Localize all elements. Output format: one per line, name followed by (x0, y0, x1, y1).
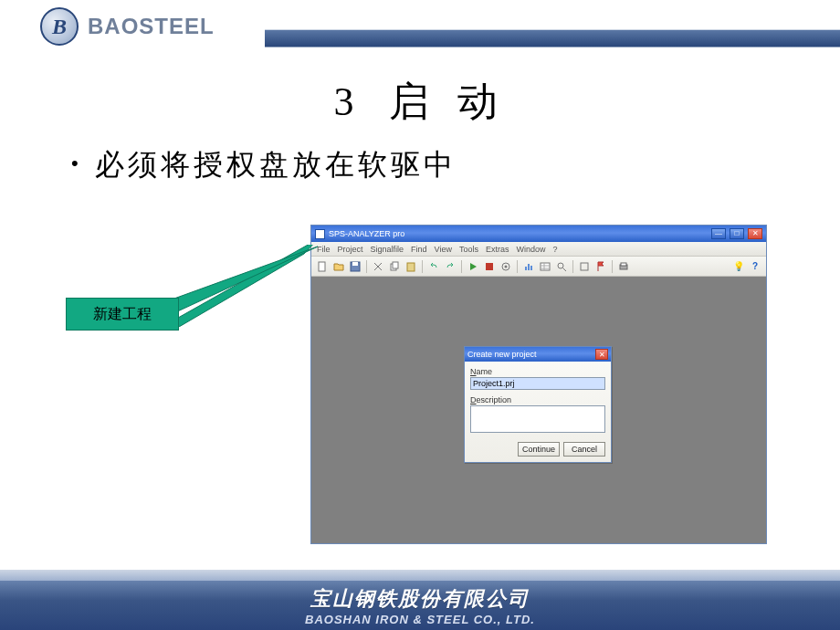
description-label: Description (470, 395, 605, 404)
minimize-button[interactable]: — (711, 228, 726, 239)
menu-view[interactable]: View (435, 245, 452, 254)
svg-rect-17 (581, 263, 588, 270)
dialog-body: Name Description Continue Cancel (465, 362, 611, 462)
svg-marker-8 (470, 263, 477, 270)
dialog-buttons: Continue Cancel (470, 442, 605, 457)
callout-text: 新建工程 (93, 305, 152, 324)
svg-rect-12 (525, 267, 527, 270)
project-description-input[interactable] (470, 405, 605, 433)
app-window-title: SPS-ANALYZER pro (329, 229, 404, 238)
logo-letter: B (52, 15, 67, 39)
svg-marker-1 (172, 247, 318, 314)
name-label: Name (470, 367, 605, 376)
stop-icon[interactable] (482, 259, 497, 274)
brand-logo: B BAOSTEEL (40, 7, 215, 46)
app-menubar[interactable]: File Project Signalfile Find View Tools … (311, 242, 766, 257)
toolbar-separator (571, 259, 575, 274)
toolbar-separator (515, 259, 520, 274)
dialog-title: Create new project (467, 350, 537, 359)
dialog-close-button[interactable]: ✕ (595, 349, 608, 360)
menu-find[interactable]: Find (411, 245, 427, 254)
menu-tools[interactable]: Tools (459, 245, 478, 254)
footer-company-cn: 宝山钢铁股份有限公司 (310, 585, 530, 613)
print-icon[interactable] (616, 259, 631, 274)
create-project-dialog: Create new project ✕ Name Description Co… (464, 346, 612, 463)
save-icon[interactable] (348, 259, 362, 274)
title-number: 3 (334, 79, 356, 124)
brand-text: BAOSTEEL (88, 14, 215, 39)
lightbulb-icon[interactable]: 💡 (731, 259, 746, 274)
logo-roundel: B (40, 7, 79, 46)
footer-separator (0, 570, 840, 581)
svg-rect-13 (528, 264, 530, 270)
svg-point-16 (558, 263, 563, 268)
maximize-button[interactable]: □ (730, 228, 744, 239)
open-folder-icon[interactable] (331, 259, 346, 274)
run-icon[interactable] (466, 259, 480, 274)
redo-icon[interactable] (443, 259, 457, 274)
app-icon (315, 229, 325, 239)
undo-icon[interactable] (426, 259, 441, 274)
svg-rect-9 (486, 263, 493, 270)
paste-icon[interactable] (404, 259, 418, 274)
cut-icon[interactable] (371, 259, 385, 274)
menu-extras[interactable]: Extras (486, 245, 509, 254)
svg-rect-6 (393, 262, 398, 268)
zoom-icon[interactable] (554, 259, 569, 274)
menu-signalfile[interactable]: Signalfile (371, 245, 404, 254)
title-text: 启 动 (389, 79, 507, 124)
config-icon[interactable] (577, 259, 592, 274)
dialog-titlebar[interactable]: Create new project ✕ (465, 347, 611, 362)
app-workspace: Create new project ✕ Name Description Co… (311, 277, 766, 543)
menu-project[interactable]: Project (338, 245, 363, 254)
app-window: SPS-ANALYZER pro — □ ✕ File Project Sign… (310, 225, 767, 544)
cancel-button[interactable]: Cancel (563, 442, 605, 457)
table-icon[interactable] (538, 259, 552, 274)
continue-button[interactable]: Continue (518, 442, 560, 457)
toolbar-separator (364, 259, 369, 274)
bullet-dot: • (71, 145, 79, 182)
toolbar-separator (459, 259, 464, 274)
footer-company-en: BAOSHAN IRON & STEEL CO., LTD. (305, 613, 535, 626)
menu-window[interactable]: Window (516, 245, 545, 254)
svg-rect-7 (407, 263, 415, 271)
close-button[interactable]: ✕ (748, 228, 762, 239)
header-bar (265, 29, 840, 47)
flag-icon[interactable] (593, 259, 608, 274)
svg-rect-4 (352, 262, 358, 266)
svg-rect-14 (530, 266, 532, 270)
bullet-text: 必须将授权盘放在软驱中 (95, 145, 457, 185)
chart-icon[interactable] (521, 259, 536, 274)
menu-help[interactable]: ? (552, 245, 557, 254)
svg-point-11 (505, 265, 508, 268)
callout-label: 新建工程 (66, 298, 179, 331)
help-icon[interactable]: ? (748, 259, 762, 274)
settings-icon[interactable] (499, 259, 513, 274)
slide-title: 3启 动 (0, 75, 840, 129)
app-titlebar[interactable]: SPS-ANALYZER pro — □ ✕ (311, 226, 766, 242)
toolbar-separator (420, 259, 425, 274)
project-name-input[interactable] (470, 377, 605, 390)
app-toolbar: 💡 ? (311, 257, 766, 277)
toolbar-separator (610, 259, 614, 274)
bullet-item: • 必须将授权盘放在软驱中 (71, 145, 840, 185)
slide-header: B BAOSTEEL (0, 0, 840, 62)
svg-rect-19 (621, 263, 626, 266)
slide-footer: 宝山钢铁股份有限公司 BAOSHAN IRON & STEEL CO., LTD… (0, 581, 840, 630)
copy-icon[interactable] (387, 259, 402, 274)
svg-rect-15 (541, 263, 550, 270)
